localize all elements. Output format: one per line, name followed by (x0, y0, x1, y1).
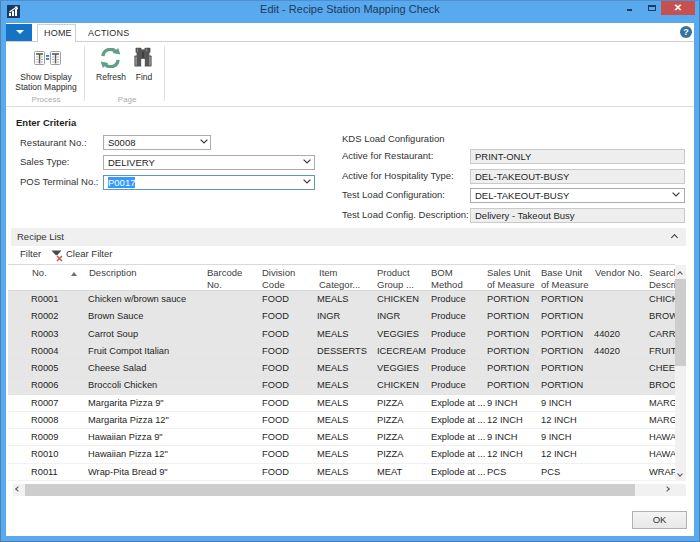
svg-text:?: ? (683, 27, 689, 37)
